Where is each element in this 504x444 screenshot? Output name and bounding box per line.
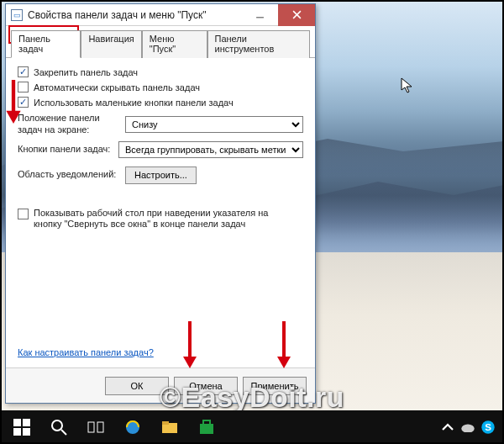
checkbox-show-desktop-hover[interactable] bbox=[18, 209, 29, 219]
titlebar[interactable]: ▭ Свойства панели задач и меню "Пуск" bbox=[6, 4, 315, 26]
svg-text:S: S bbox=[485, 422, 491, 432]
svg-rect-12 bbox=[13, 428, 21, 436]
cursor-icon bbox=[401, 77, 414, 94]
checkbox-autohide[interactable] bbox=[18, 82, 29, 92]
label-show-desktop-hover: Показывать рабочий стол при наведении ук… bbox=[34, 208, 294, 231]
select-taskbar-buttons[interactable]: Всегда группировать, скрывать метки bbox=[118, 141, 303, 158]
label-autohide: Автоматически скрывать панель задач bbox=[34, 82, 200, 92]
svg-point-23 bbox=[461, 424, 474, 432]
search-icon[interactable] bbox=[40, 410, 77, 444]
cancel-button[interactable]: Отмена bbox=[174, 377, 238, 395]
svg-rect-22 bbox=[203, 420, 210, 425]
help-link[interactable]: Как настраивать панели задач? bbox=[18, 347, 154, 357]
window-title: Свойства панели задач и меню "Пуск" bbox=[28, 9, 241, 21]
tray-chevron-up-icon[interactable] bbox=[440, 420, 455, 435]
svg-marker-9 bbox=[402, 78, 412, 92]
svg-rect-10 bbox=[13, 419, 21, 426]
desktop: ▭ Свойства панели задач и меню "Пуск" Па… bbox=[0, 0, 504, 444]
svg-rect-20 bbox=[162, 421, 169, 425]
svg-line-15 bbox=[61, 430, 66, 435]
close-button[interactable] bbox=[278, 4, 315, 26]
start-button[interactable] bbox=[3, 410, 40, 444]
window-icon: ▭ bbox=[11, 9, 23, 21]
checkbox-lock-taskbar[interactable] bbox=[18, 66, 29, 77]
explorer-icon[interactable] bbox=[151, 410, 188, 444]
dialog-button-bar: ОК Отмена Применить bbox=[6, 367, 315, 403]
ok-button[interactable]: ОК bbox=[105, 377, 169, 395]
tab-taskbar[interactable]: Панель задач bbox=[11, 30, 81, 58]
svg-point-14 bbox=[52, 420, 62, 431]
tab-start-menu[interactable]: Меню "Пуск" bbox=[142, 30, 207, 58]
tab-strip: Панель задач Навигация Меню "Пуск" Панел… bbox=[6, 26, 315, 58]
apply-button[interactable]: Применить bbox=[243, 377, 307, 395]
select-taskbar-position[interactable]: Снизу bbox=[125, 116, 303, 133]
customize-notifications-button[interactable]: Настроить... bbox=[125, 166, 197, 184]
label-small-buttons: Использовать маленькие кнопки панели зад… bbox=[34, 98, 234, 108]
tab-body: Закрепить панель задач Автоматически скр… bbox=[6, 58, 315, 367]
store-icon[interactable] bbox=[188, 410, 225, 444]
label-lock-taskbar: Закрепить панель задач bbox=[34, 67, 138, 77]
ie-icon[interactable] bbox=[114, 410, 151, 444]
label-notification-area: Область уведомлений: bbox=[18, 169, 125, 181]
svg-rect-16 bbox=[88, 422, 94, 432]
checkbox-small-buttons[interactable] bbox=[18, 97, 29, 108]
minimize-button[interactable] bbox=[241, 4, 278, 26]
tab-navigation[interactable]: Навигация bbox=[81, 30, 141, 58]
task-view-icon[interactable] bbox=[77, 410, 114, 444]
tray-onedrive-icon[interactable] bbox=[460, 420, 475, 435]
taskbar-properties-window: ▭ Свойства панели задач и меню "Пуск" Па… bbox=[5, 3, 316, 404]
taskbar[interactable]: S bbox=[0, 410, 504, 444]
tab-toolbars[interactable]: Панели инструментов bbox=[207, 30, 310, 58]
tray-skype-icon[interactable]: S bbox=[480, 420, 496, 435]
label-taskbar-position: Положение панели задач на экране: bbox=[18, 113, 125, 136]
svg-rect-13 bbox=[23, 428, 30, 436]
svg-rect-17 bbox=[97, 422, 103, 432]
system-tray[interactable]: S bbox=[440, 420, 501, 435]
label-taskbar-buttons: Кнопки панели задач: bbox=[18, 144, 118, 156]
svg-rect-11 bbox=[23, 419, 30, 426]
